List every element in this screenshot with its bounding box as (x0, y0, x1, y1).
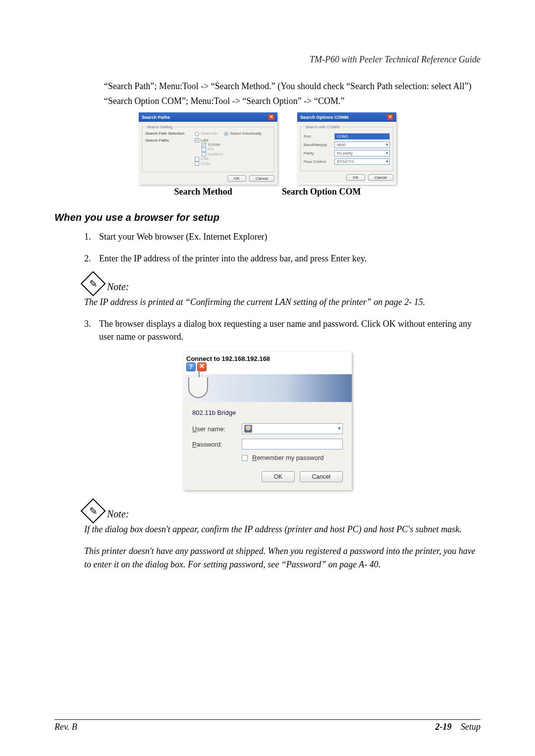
radio-select-all[interactable]: Select All (195, 131, 217, 136)
note1-text: The IP address is printed at “Confirming… (84, 296, 481, 308)
parity-select[interactable]: No parity (334, 150, 390, 156)
flow-select[interactable]: RTS/CTS (334, 158, 390, 165)
port-label: Port (304, 134, 334, 139)
note2-text-p1: If the dialog box doesn't appear, confir… (84, 523, 481, 536)
search-path-selection-label: Search Path Selection (145, 131, 195, 136)
cancel-button[interactable]: Cancel (249, 175, 274, 182)
close-icon[interactable]: ✕ (387, 114, 393, 120)
bridge-label: 802.11b Bridge (192, 409, 343, 416)
search-paths-label: Search Paths (145, 138, 195, 143)
step-2: 2. Enter the IP address of the printer i… (84, 252, 481, 265)
intro-line-1: “Search Path”; Menu:Tool -> “Search Meth… (104, 80, 481, 93)
page-footer: Rev. B 2-19 Setup (54, 719, 481, 732)
ok-button[interactable]: OK (346, 174, 365, 181)
help-icon[interactable]: ? (186, 362, 196, 371)
cancel-button[interactable]: Cancel (368, 174, 393, 181)
user-icon (244, 425, 252, 433)
username-label: User name: (192, 425, 242, 433)
connect-title: Connect to 192.168.192.168 (186, 355, 270, 362)
note-icon: ✎ (81, 271, 106, 297)
search-option-title: Search Options COMM (300, 115, 349, 120)
note2-text-p2: This printer doesn't have any password a… (84, 545, 481, 570)
footer-section: Setup (461, 722, 481, 732)
section-heading: When you use a browser for setup (54, 212, 481, 223)
remember-checkbox[interactable]: Remember my password (242, 454, 343, 461)
baud-select[interactable]: 9600 (334, 142, 390, 148)
check-usb: USB (195, 156, 271, 161)
username-input[interactable] (242, 423, 343, 434)
search-method-window: Search Paths ✕ Search Setting Search Pat… (139, 112, 277, 185)
radio-select-indiv[interactable]: Select Individually (224, 131, 262, 136)
caption-search-method: Search Method (174, 187, 232, 197)
parity-label: Parity (304, 151, 334, 155)
footer-rev: Rev. B (54, 722, 77, 732)
baud-label: BaudRate(bp (304, 143, 334, 147)
page-header-title: TM-P60 with Peeler Technical Reference G… (54, 54, 481, 65)
ok-button[interactable]: OK (262, 471, 295, 482)
step-3: 3. The browser displays a dialog box req… (84, 317, 481, 343)
caption-search-option: Search Option COM (282, 187, 361, 197)
lock-shield-icon (188, 377, 208, 398)
ok-button[interactable]: OK (227, 175, 246, 182)
flow-label: Flow Control (304, 159, 334, 164)
note-label: Note: (107, 281, 129, 293)
password-input[interactable] (242, 439, 343, 450)
check-netbeui: NetBEUI (202, 152, 271, 156)
close-icon[interactable]: ✕ (268, 114, 274, 120)
search-option-group-label: Search with COMM (304, 125, 341, 129)
check-tcpip[interactable]: TCP/IP (202, 143, 271, 147)
footer-page: 2-19 (435, 722, 452, 732)
check-lan[interactable]: LAN (195, 138, 271, 143)
password-label: Password: (192, 441, 242, 448)
step-1: 1. Start your Web browser (Ex. Internet … (84, 230, 481, 243)
cancel-button[interactable]: Cancel (300, 471, 343, 482)
search-method-group-label: Search Setting (145, 125, 174, 129)
check-com: COM (195, 161, 271, 166)
note-icon: ✎ (81, 499, 106, 524)
check-ipx: IPX (202, 147, 271, 151)
search-option-window: Search Options COMM ✕ Search with COMM P… (297, 112, 396, 185)
note-label: Note: (107, 508, 129, 520)
intro-line-2: “Search Option COM”; Menu:Tool -> “Searc… (104, 95, 481, 107)
port-select[interactable]: COM1 (334, 133, 390, 140)
connect-dialog: Connect to 192.168.192.168 ? ✕ 802.11b B… (183, 352, 352, 490)
search-method-title: Search Paths (142, 115, 170, 120)
